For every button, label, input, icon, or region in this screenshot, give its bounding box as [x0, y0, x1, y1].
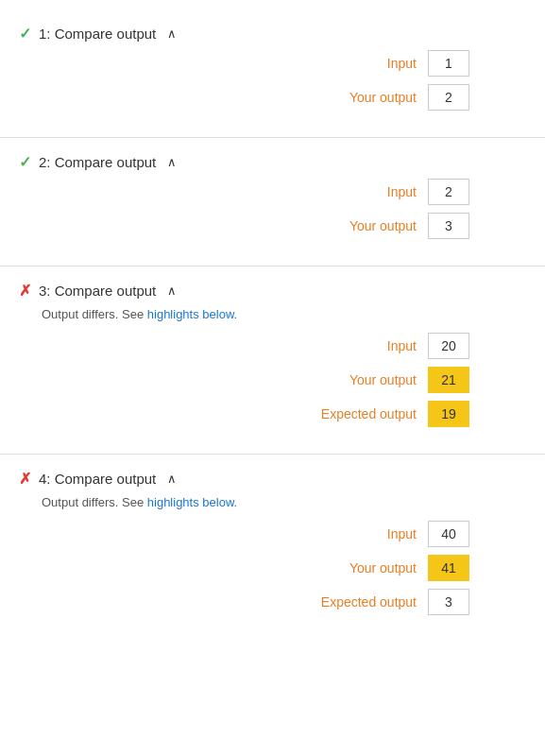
- field-row-2-0: Input2: [19, 179, 526, 205]
- field-row-3-2: Expected output19: [19, 401, 526, 427]
- chevron-up-icon[interactable]: ∧: [167, 472, 177, 486]
- field-label-1-1: Your output: [313, 90, 417, 105]
- field-row-4-0: Input40: [19, 521, 526, 547]
- test-title-4: 4: Compare output: [39, 471, 156, 487]
- test-title-2: 2: Compare output: [39, 154, 156, 170]
- field-value-1-1: 2: [428, 84, 469, 111]
- field-label-1-0: Input: [313, 56, 417, 71]
- field-label-4-1: Your output: [313, 560, 417, 576]
- test-case-3: ✗3: Compare output ∧Output differs. See …: [0, 266, 545, 455]
- test-title-1: 1: Compare output: [39, 26, 156, 42]
- test-header-2[interactable]: ✓2: Compare output ∧: [19, 153, 526, 171]
- error-msg-3: Output differs. See highlights below.: [42, 307, 526, 321]
- field-row-2-1: Your output3: [19, 213, 526, 239]
- highlights-link[interactable]: highlights below.: [147, 307, 237, 321]
- test-header-4[interactable]: ✗4: Compare output ∧: [19, 470, 526, 488]
- field-value-3-0: 20: [428, 333, 469, 359]
- field-label-2-0: Input: [313, 184, 417, 199]
- test-results-container: ✓1: Compare output ∧Input1Your output2✓2…: [0, 0, 545, 651]
- x-icon: ✗: [19, 282, 31, 300]
- field-value-2-0: 2: [428, 179, 469, 205]
- error-msg-4: Output differs. See highlights below.: [42, 495, 526, 509]
- test-header-1[interactable]: ✓1: Compare output ∧: [19, 25, 526, 43]
- field-value-4-2: 3: [428, 589, 469, 615]
- test-case-2: ✓2: Compare output ∧Input2Your output3: [0, 138, 545, 266]
- check-icon: ✓: [19, 153, 31, 171]
- chevron-up-icon[interactable]: ∧: [167, 284, 177, 298]
- test-title-3: 3: Compare output: [39, 283, 156, 299]
- field-row-1-0: Input1: [19, 50, 526, 77]
- field-value-4-0: 40: [428, 521, 469, 547]
- field-label-4-0: Input: [313, 526, 417, 541]
- test-header-3[interactable]: ✗3: Compare output ∧: [19, 282, 526, 300]
- field-label-4-2: Expected output: [313, 594, 417, 610]
- field-row-4-2: Expected output3: [19, 589, 526, 615]
- highlights-link[interactable]: highlights below.: [147, 495, 237, 509]
- field-row-4-1: Your output41: [19, 555, 526, 581]
- field-value-3-2: 19: [428, 401, 469, 427]
- x-icon: ✗: [19, 470, 31, 488]
- field-value-1-0: 1: [428, 50, 469, 77]
- field-label-3-1: Your output: [313, 372, 417, 387]
- field-label-2-1: Your output: [313, 218, 417, 233]
- test-case-1: ✓1: Compare output ∧Input1Your output2: [0, 9, 545, 138]
- field-label-3-0: Input: [313, 338, 417, 353]
- field-value-2-1: 3: [428, 213, 469, 239]
- field-row-1-1: Your output2: [19, 84, 526, 111]
- test-case-4: ✗4: Compare output ∧Output differs. See …: [0, 455, 545, 642]
- check-icon: ✓: [19, 25, 31, 43]
- field-row-3-1: Your output21: [19, 367, 526, 393]
- field-value-3-1: 21: [428, 367, 469, 393]
- field-value-4-1: 41: [428, 555, 469, 581]
- chevron-up-icon[interactable]: ∧: [167, 155, 177, 169]
- field-label-3-2: Expected output: [313, 406, 417, 421]
- chevron-up-icon[interactable]: ∧: [167, 26, 177, 41]
- field-row-3-0: Input20: [19, 333, 526, 359]
